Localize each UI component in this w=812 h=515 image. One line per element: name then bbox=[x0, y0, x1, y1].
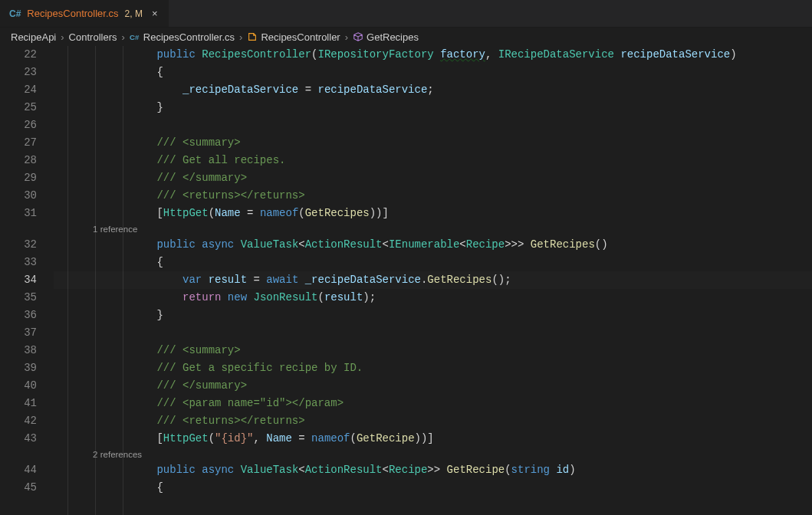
breadcrumb: RecipeApi › Controllers › C# RecipesCont… bbox=[0, 28, 812, 46]
code-line[interactable] bbox=[54, 324, 812, 342]
line-number: 33 bbox=[0, 254, 54, 271]
line-number: 36 bbox=[0, 307, 54, 324]
code-line[interactable]: /// </summary> bbox=[54, 169, 812, 187]
chevron-right-icon: › bbox=[59, 31, 65, 43]
line-number: 34 bbox=[0, 271, 54, 289]
code-line[interactable]: /// <summary> bbox=[54, 134, 812, 152]
breadcrumb-item[interactable]: GetRecipes bbox=[367, 31, 419, 43]
line-number: 35 bbox=[0, 289, 54, 307]
line-number: 24 bbox=[0, 81, 54, 99]
tab-title: RecipesController.cs bbox=[27, 8, 118, 19]
code-line[interactable]: /// </summary> bbox=[54, 377, 812, 395]
line-number: 25 bbox=[0, 99, 54, 116]
line-number: 45 bbox=[0, 479, 54, 497]
breadcrumb-item[interactable]: RecipesController bbox=[261, 31, 340, 43]
code-line[interactable]: { bbox=[54, 254, 812, 271]
tab-git-status: 2, M bbox=[125, 8, 143, 19]
chevron-right-icon: › bbox=[120, 31, 126, 43]
line-number: 42 bbox=[0, 412, 54, 430]
code-editor[interactable]: 22 public RecipesController(IRepositoryF… bbox=[0, 46, 812, 515]
line-number: 41 bbox=[0, 395, 54, 412]
codelens[interactable]: 2 references bbox=[54, 448, 812, 461]
breadcrumb-item[interactable]: Controllers bbox=[69, 31, 117, 43]
code-line[interactable]: [HttpGet("{id}", Name = nameof(GetRecipe… bbox=[54, 430, 812, 448]
code-line[interactable]: public async ValueTask<ActionResult<IEnu… bbox=[54, 236, 812, 254]
code-line[interactable] bbox=[54, 116, 812, 134]
line-number: 43 bbox=[0, 430, 54, 448]
line-number: 44 bbox=[0, 461, 54, 479]
svg-text:C#: C# bbox=[130, 33, 140, 41]
chevron-right-icon: › bbox=[238, 31, 244, 43]
line-number: 39 bbox=[0, 359, 54, 377]
code-line[interactable]: _recipeDataService = recipeDataService; bbox=[54, 81, 812, 99]
line-number: 29 bbox=[0, 169, 54, 187]
code-line[interactable]: public RecipesController(IRepositoryFact… bbox=[54, 46, 812, 64]
code-line[interactable]: { bbox=[54, 479, 812, 497]
line-number: 26 bbox=[0, 116, 54, 134]
line-number: 31 bbox=[0, 205, 54, 222]
code-line[interactable]: /// Get all recipes. bbox=[54, 152, 812, 169]
code-line[interactable]: /// <returns></returns> bbox=[54, 187, 812, 205]
code-line[interactable]: [HttpGet(Name = nameof(GetRecipes))] bbox=[54, 205, 812, 222]
code-line[interactable]: /// Get a specific recipe by ID. bbox=[54, 359, 812, 377]
chevron-right-icon: › bbox=[344, 31, 350, 43]
tab-active[interactable]: C# RecipesController.cs 2, M × bbox=[0, 0, 169, 27]
csharp-file-icon: C# bbox=[130, 31, 140, 42]
code-line[interactable]: var result = await _recipeDataService.Ge… bbox=[54, 271, 812, 289]
line-number: 40 bbox=[0, 377, 54, 395]
code-line[interactable]: } bbox=[54, 307, 812, 324]
line-number: 23 bbox=[0, 64, 54, 81]
csharp-file-icon: C# bbox=[9, 8, 21, 19]
line-number: 37 bbox=[0, 324, 54, 342]
breadcrumb-item[interactable]: RecipeApi bbox=[11, 31, 56, 43]
code-line[interactable]: /// <returns></returns> bbox=[54, 412, 812, 430]
class-icon bbox=[247, 31, 258, 42]
code-line[interactable]: /// <summary> bbox=[54, 342, 812, 359]
line-number: 28 bbox=[0, 152, 54, 169]
breadcrumb-item[interactable]: RecipesController.cs bbox=[143, 31, 235, 43]
line-number: 32 bbox=[0, 236, 54, 254]
code-line[interactable]: return new JsonResult(result); bbox=[54, 289, 812, 307]
line-number: 38 bbox=[0, 342, 54, 359]
close-icon[interactable]: × bbox=[149, 8, 161, 19]
line-number: 27 bbox=[0, 134, 54, 152]
code-line[interactable]: } bbox=[54, 99, 812, 116]
code-line[interactable]: public async ValueTask<ActionResult<Reci… bbox=[54, 461, 812, 479]
method-icon bbox=[353, 31, 363, 42]
line-number: 30 bbox=[0, 187, 54, 205]
line-number: 22 bbox=[0, 46, 54, 64]
tab-bar: C# RecipesController.cs 2, M × bbox=[0, 0, 812, 28]
code-line[interactable]: { bbox=[54, 64, 812, 81]
code-line[interactable]: /// <param name="id"></param> bbox=[54, 395, 812, 412]
codelens[interactable]: 1 reference bbox=[54, 222, 812, 236]
